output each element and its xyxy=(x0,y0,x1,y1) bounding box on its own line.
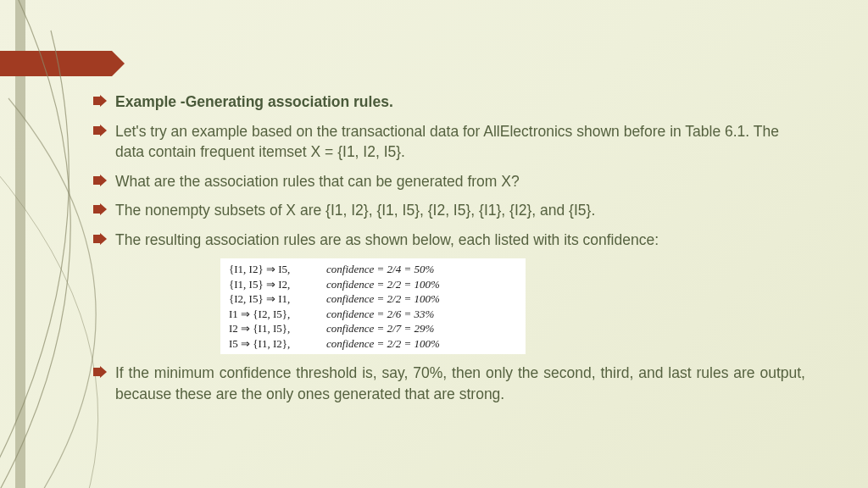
svg-marker-3 xyxy=(93,203,107,215)
arrow-bullet-icon xyxy=(93,125,107,136)
bullet-text: The nonempty subsets of X are {I1, I2}, … xyxy=(115,200,595,221)
rule-lhs: {I2, I5} ⇒ I1, xyxy=(229,291,326,307)
svg-marker-1 xyxy=(93,125,107,136)
ribbon-accent xyxy=(0,51,112,76)
svg-marker-4 xyxy=(93,233,107,245)
rule-confidence: confidence = 2/4 = 50% xyxy=(326,262,434,277)
bullet-item: Let's try an example based on the transa… xyxy=(93,121,805,163)
bullet-item: What are the association rules that can … xyxy=(93,171,805,192)
rule-confidence: confidence = 2/6 = 33% xyxy=(326,307,434,322)
arrow-bullet-icon xyxy=(93,366,107,378)
rule-lhs: {I1, I2} ⇒ I5, xyxy=(229,262,326,277)
slide-content: Example -Generating association rules. L… xyxy=(93,92,805,413)
arrow-bullet-icon xyxy=(93,203,107,215)
svg-marker-2 xyxy=(93,175,107,186)
rule-lhs: I5 ⇒ {I1, I2}, xyxy=(229,336,326,352)
svg-marker-5 xyxy=(93,366,107,378)
rule-lhs: I1 ⇒ {I2, I5}, xyxy=(229,307,326,322)
bullet-item: The nonempty subsets of X are {I1, I2}, … xyxy=(93,200,805,221)
bullet-text: Let's try an example based on the transa… xyxy=(115,121,805,163)
arrow-bullet-icon xyxy=(93,233,107,245)
rule-confidence: confidence = 2/2 = 100% xyxy=(326,336,440,352)
bullet-text: What are the association rules that can … xyxy=(115,171,520,192)
bullet-text: Example -Generating association rules. xyxy=(115,92,393,113)
rule-row: {I1, I2} ⇒ I5,confidence = 2/4 = 50% xyxy=(229,262,517,277)
rule-row: I1 ⇒ {I2, I5},confidence = 2/6 = 33% xyxy=(229,307,517,322)
rule-lhs: {I1, I5} ⇒ I2, xyxy=(229,277,326,292)
rule-confidence: confidence = 2/7 = 29% xyxy=(326,321,434,336)
rules-block: {I1, I2} ⇒ I5,confidence = 2/4 = 50% {I1… xyxy=(220,258,526,354)
arrow-bullet-icon xyxy=(93,175,107,186)
bullet-text: If the minimum confidence threshold is, … xyxy=(115,363,805,404)
rule-confidence: confidence = 2/2 = 100% xyxy=(326,277,440,292)
rule-row: I2 ⇒ {I1, I5},confidence = 2/7 = 29% xyxy=(229,321,517,336)
bullet-text: The resulting association rules are as s… xyxy=(115,230,659,251)
bullet-item: If the minimum confidence threshold is, … xyxy=(93,363,805,404)
arrow-bullet-icon xyxy=(93,95,107,107)
rule-confidence: confidence = 2/2 = 100% xyxy=(326,291,440,307)
rule-row: {I1, I5} ⇒ I2,confidence = 2/2 = 100% xyxy=(229,277,517,292)
rule-lhs: I2 ⇒ {I1, I5}, xyxy=(229,321,326,336)
rule-row: I5 ⇒ {I1, I2},confidence = 2/2 = 100% xyxy=(229,336,517,352)
bullet-item: The resulting association rules are as s… xyxy=(93,230,805,251)
svg-marker-0 xyxy=(93,95,107,107)
rule-row: {I2, I5} ⇒ I1,confidence = 2/2 = 100% xyxy=(229,291,517,307)
bullet-item: Example -Generating association rules. xyxy=(93,92,805,113)
